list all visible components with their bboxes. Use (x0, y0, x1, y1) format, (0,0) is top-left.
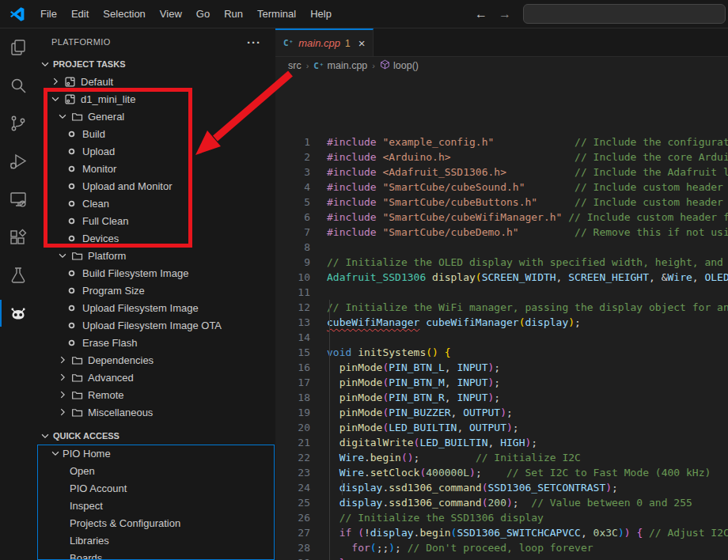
code-editor[interactable]: 1#include "example_config.h" // Include … (275, 74, 728, 560)
line-number: 19 (275, 405, 310, 420)
menu-item-run[interactable]: Run (217, 5, 250, 23)
menu-item-file[interactable]: File (33, 5, 64, 23)
tree-item-pio-home[interactable]: PIO Home (36, 445, 275, 462)
tree-item-full-clean[interactable]: Full Clean (36, 212, 275, 229)
line-number: 4 (275, 180, 310, 195)
back-arrow-icon[interactable]: ← (475, 7, 487, 21)
platformio-sidebar: PLATFORMIO ··· PROJECT TASKSDefaultd1_mi… (36, 28, 276, 560)
tree-item-dependencies[interactable]: Dependencies (36, 351, 275, 369)
code-line-27: 27 if (!display.begin(SSD1306_SWITCHCAPV… (275, 525, 728, 540)
tree-item-clean[interactable]: Clean (36, 195, 275, 212)
tree-item-advanced[interactable]: Advanced (36, 369, 275, 386)
task-icon (65, 127, 78, 140)
tree-item-upload-filesystem-image[interactable]: Upload Filesystem Image (36, 299, 275, 316)
tree-item-open[interactable]: Open (36, 462, 275, 479)
section-header-project-tasks[interactable]: PROJECT TASKS (36, 55, 275, 73)
folder-icon (70, 388, 83, 401)
tree-item-libraries[interactable]: Libraries (36, 532, 275, 549)
tree-item-label: Monitor (82, 163, 116, 175)
tree-item-build-filesystem-image[interactable]: Build Filesystem Image (36, 264, 275, 282)
code-line-5: 5#include "SmartCube/cubeButtons.h" // I… (275, 195, 728, 210)
menu-item-edit[interactable]: Edit (64, 5, 96, 23)
chevron-right-icon (56, 371, 69, 384)
title-bar: FileEditSelectionViewGoRunTerminalHelp ←… (0, 0, 728, 28)
chevron-right-icon (56, 406, 69, 418)
section-header-quick-access[interactable]: QUICK ACCESS (36, 427, 275, 445)
breadcrumb-file[interactable]: C⁺ main.cpp (313, 60, 367, 71)
task-icon (65, 284, 78, 297)
line-number: 8 (275, 240, 310, 255)
line-number: 13 (275, 315, 310, 330)
tree-item-label: General (87, 111, 124, 123)
cpp-file-icon: C⁺ (283, 38, 294, 48)
tree-item-label: PIO Account (69, 482, 127, 494)
tree-item-label: Upload Filesystem Image OTA (82, 320, 222, 331)
tab-main-cpp[interactable]: C⁺ main.cpp 1 × (275, 28, 373, 56)
breadcrumb-folder[interactable]: src (288, 60, 301, 71)
tree-item-devices[interactable]: Devices (36, 229, 275, 247)
line-number: 24 (275, 480, 310, 495)
board-icon (63, 75, 76, 88)
cpp-file-icon: C⁺ (313, 61, 324, 71)
breadcrumb-symbol[interactable]: loop() (380, 59, 419, 72)
chevron-down-icon (56, 249, 69, 262)
tree-item-platform[interactable]: Platform (36, 247, 275, 264)
activity-run-debug-icon[interactable] (0, 142, 36, 180)
chevron-right-icon: › (306, 61, 309, 70)
line-number: 29 (275, 555, 310, 560)
more-actions-icon[interactable]: ··· (247, 36, 275, 49)
tree-item-inspect[interactable]: Inspect (36, 497, 275, 514)
tree-item-upload-and-monitor[interactable]: Upload and Monitor (36, 177, 275, 195)
menu-item-view[interactable]: View (153, 5, 189, 23)
tree-item-upload[interactable]: Upload (36, 142, 275, 160)
code-line-17: 17 pinMode(PIN_BTN_M, INPUT); (275, 375, 728, 390)
tree-item-projects-configuration[interactable]: Projects & Configuration (36, 514, 275, 532)
code-line-9: 9// Initialize the OLED display with spe… (275, 255, 728, 270)
activity-search-icon[interactable] (0, 66, 36, 104)
tree-item-label: Platform (87, 250, 126, 262)
folder-icon (70, 406, 83, 418)
menu-item-selection[interactable]: Selection (96, 5, 152, 23)
breadcrumb-file-label: main.cpp (328, 60, 368, 71)
tree-item-build[interactable]: Build (36, 125, 275, 142)
tree-item-monitor[interactable]: Monitor (36, 160, 275, 177)
tree-item-label: Inspect (69, 500, 103, 512)
tree-item-pio-account[interactable]: PIO Account (36, 479, 275, 497)
menu-item-terminal[interactable]: Terminal (250, 5, 303, 23)
code-line-21: 21 digitalWrite(LED_BUILTIN, HIGH); (275, 435, 728, 450)
activity-source-control-icon[interactable] (0, 104, 36, 142)
activity-extensions-icon[interactable] (0, 218, 36, 256)
menu-item-go[interactable]: Go (189, 5, 217, 23)
tree-item-miscellaneous[interactable]: Miscellaneous (36, 403, 275, 421)
tree-item-upload-filesystem-image-ota[interactable]: Upload Filesystem Image OTA (36, 316, 275, 334)
tree-item-d1-mini-lite[interactable]: d1_mini_lite (36, 90, 275, 108)
activity-explorer-icon[interactable] (0, 28, 36, 66)
folder-icon (70, 249, 83, 262)
activity-remote-explorer-icon[interactable] (0, 180, 36, 218)
tree-item-remote[interactable]: Remote (36, 386, 275, 403)
tree-item-label: Advanced (87, 372, 134, 384)
line-number: 15 (275, 345, 310, 360)
tree-item-label: Default (80, 76, 113, 88)
line-number: 9 (275, 255, 310, 270)
line-number: 23 (275, 465, 310, 480)
forward-arrow-icon[interactable]: → (499, 7, 511, 21)
tree-item-default[interactable]: Default (36, 73, 275, 90)
tree-item-general[interactable]: General (36, 108, 275, 125)
chevron-down-icon (39, 429, 51, 442)
tree-item-label: Full Clean (82, 215, 129, 227)
activity-test-icon[interactable] (0, 256, 36, 294)
tree-item-label: PIO Home (62, 448, 111, 460)
command-center-search-input[interactable] (523, 4, 726, 24)
tab-bar: C⁺ main.cpp 1 × (275, 28, 728, 57)
menu-item-help[interactable]: Help (303, 5, 339, 23)
tree-item-boards[interactable]: Boards (36, 549, 275, 560)
tree-item-erase-flash[interactable]: Erase Flash (36, 334, 275, 351)
indent-guide (342, 480, 343, 495)
code-line-25: 25 display.ssd1306_command(200); // Valu… (275, 495, 728, 510)
close-icon[interactable]: × (358, 36, 366, 50)
tree-item-program-size[interactable]: Program Size (36, 282, 275, 299)
line-number: 12 (275, 300, 310, 315)
activity-platformio-icon[interactable] (0, 294, 36, 332)
line-number: 21 (275, 435, 310, 450)
